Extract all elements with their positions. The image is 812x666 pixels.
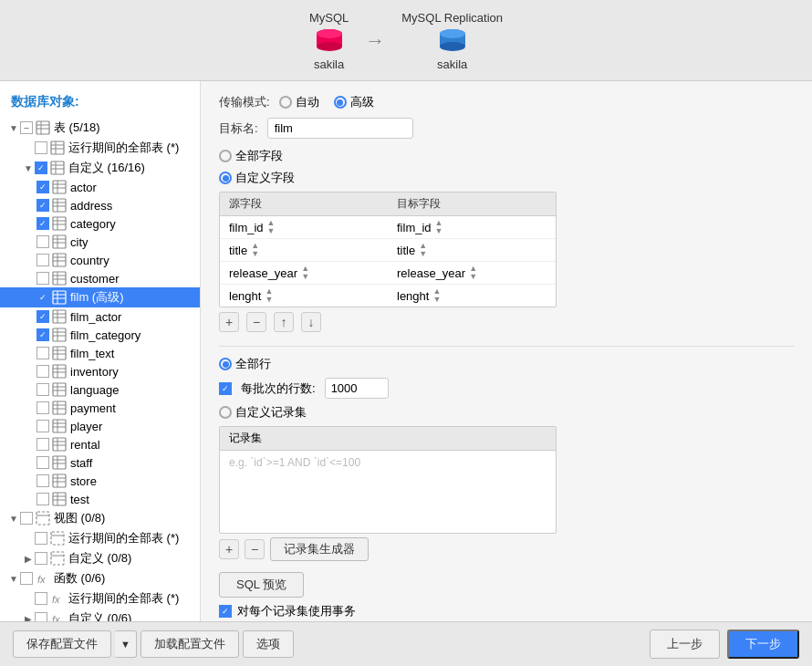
film-text-checkbox[interactable]	[36, 347, 49, 359]
all-fields-radio[interactable]: 全部字段	[219, 148, 283, 164]
sort-arrows[interactable]: ▲▼	[265, 287, 273, 304]
custom-checkbox[interactable]	[35, 161, 47, 174]
actor-checkbox[interactable]	[36, 181, 49, 193]
address-checkbox[interactable]	[36, 199, 49, 212]
next-button[interactable]: 下一步	[727, 630, 799, 659]
table-address[interactable]: address	[0, 196, 200, 214]
right-buttons: 上一步 下一步	[650, 630, 799, 659]
table-film[interactable]: film (高级)	[0, 287, 200, 307]
player-checkbox[interactable]	[36, 420, 49, 432]
svg-rect-36	[53, 254, 66, 266]
all-tables-runtime[interactable]: 运行期间的全部表 (*)	[0, 138, 200, 158]
city-checkbox[interactable]	[36, 235, 49, 248]
table-test[interactable]: test	[0, 490, 200, 508]
sort-arrows[interactable]: ▲▼	[251, 242, 259, 258]
custom-fields-radio[interactable]: 自定义字段	[219, 170, 295, 186]
film-category-checkbox[interactable]	[36, 328, 49, 341]
table-store[interactable]: store	[0, 472, 200, 490]
recordset-generator-button[interactable]: 记录集生成器	[270, 537, 369, 561]
functions-checkbox[interactable]	[20, 572, 33, 585]
functions-group[interactable]: ▼ fx 函数 (0/6)	[0, 568, 200, 588]
custom-recordset-label: 自定义记录集	[235, 404, 307, 421]
views-runtime-checkbox[interactable]	[35, 532, 47, 545]
category-checkbox[interactable]	[36, 217, 49, 230]
table-actor[interactable]: actor	[0, 178, 200, 196]
film-label: film (高级)	[70, 289, 124, 306]
prev-button[interactable]: 上一步	[650, 630, 720, 659]
views-checkbox[interactable]	[20, 512, 33, 525]
table-player[interactable]: player	[0, 417, 200, 435]
functions-custom-checkbox[interactable]	[35, 612, 47, 621]
table-film-text[interactable]: film_text	[0, 344, 200, 362]
use-transaction-checkbox[interactable]	[219, 605, 232, 618]
table-film-actor[interactable]: film_actor	[0, 307, 200, 326]
remove-recordset-button[interactable]: −	[245, 539, 265, 559]
staff-checkbox[interactable]	[36, 456, 49, 469]
table-category[interactable]: category	[0, 214, 200, 233]
sort-arrows[interactable]: ▲▼	[301, 265, 309, 281]
rental-checkbox[interactable]	[36, 438, 49, 451]
sort-arrows[interactable]: ▲▼	[469, 265, 477, 281]
table-customer[interactable]: customer	[0, 269, 200, 287]
all-runtime-checkbox[interactable]	[35, 141, 47, 154]
customer-checkbox[interactable]	[36, 272, 49, 285]
move-up-button[interactable]: ↑	[274, 312, 294, 332]
table-staff[interactable]: staff	[0, 453, 200, 472]
custom-tables-group[interactable]: ▼ 自定义 (16/16)	[0, 158, 200, 178]
views-custom-checkbox[interactable]	[35, 552, 47, 565]
auto-radio[interactable]: 自动	[279, 94, 319, 110]
add-recordset-button[interactable]: +	[219, 539, 239, 559]
options-button[interactable]: 选项	[243, 630, 294, 658]
inventory-checkbox[interactable]	[36, 365, 49, 378]
table-film-category[interactable]: film_category	[0, 326, 200, 344]
save-config-dropdown[interactable]: ▼	[115, 630, 137, 658]
sort-arrows[interactable]: ▲▼	[419, 242, 427, 258]
table-icon	[52, 401, 67, 415]
table-city[interactable]: city	[0, 233, 200, 251]
advanced-radio[interactable]: 高级	[334, 94, 374, 110]
table-country[interactable]: country	[0, 251, 200, 269]
table-rental[interactable]: rental	[0, 435, 200, 453]
table-icon	[50, 140, 65, 155]
target-film-id: film_id ▲▼	[388, 216, 556, 238]
add-field-button[interactable]: +	[219, 312, 239, 332]
batch-checkbox[interactable]	[219, 382, 232, 395]
film-checkbox[interactable]	[36, 291, 49, 304]
target-name-input[interactable]	[267, 118, 413, 139]
views-runtime[interactable]: 运行期间的全部表 (*)	[0, 528, 200, 548]
store-checkbox[interactable]	[36, 474, 49, 487]
batch-input[interactable]	[325, 378, 389, 399]
sort-arrows[interactable]: ▲▼	[435, 219, 443, 235]
table-language[interactable]: language	[0, 380, 200, 399]
test-checkbox[interactable]	[36, 493, 49, 505]
payment-checkbox[interactable]	[36, 401, 49, 414]
sort-arrows[interactable]: ▲▼	[267, 219, 276, 235]
field-row-title[interactable]: title ▲▼ title ▲▼	[220, 239, 556, 262]
svg-rect-28	[53, 217, 66, 230]
rows-section: 全部行 每批次的行数: 自定义记录集 记录集	[219, 356, 794, 565]
field-row-film-id[interactable]: film_id ▲▼ film_id ▲▼	[220, 216, 556, 239]
functions-runtime-checkbox[interactable]	[35, 592, 47, 605]
views-group[interactable]: ▼ 视图 (0/8)	[0, 508, 200, 528]
all-rows-radio[interactable]: 全部行	[219, 356, 271, 372]
film-actor-checkbox[interactable]	[36, 310, 49, 323]
functions-runtime[interactable]: fx 运行期间的全部表 (*)	[0, 588, 200, 609]
move-down-button[interactable]: ↓	[301, 312, 321, 332]
field-row-release-year[interactable]: release_year ▲▼ release_year ▲▼	[220, 262, 556, 285]
table-inventory[interactable]: inventory	[0, 362, 200, 380]
table-icon	[52, 328, 67, 342]
save-config-button[interactable]: 保存配置文件	[13, 630, 111, 658]
tables-group[interactable]: ▼ 表 (5/18)	[0, 118, 200, 138]
field-row-lenght[interactable]: lenght ▲▼ lenght ▲▼	[220, 285, 556, 307]
custom-recordset-radio[interactable]: 自定义记录集	[219, 404, 307, 421]
views-custom-group[interactable]: ▶ 自定义 (0/8)	[0, 548, 200, 568]
remove-field-button[interactable]: −	[246, 312, 266, 332]
table-payment[interactable]: payment	[0, 399, 200, 417]
tables-checkbox[interactable]	[20, 121, 33, 134]
country-checkbox[interactable]	[36, 254, 49, 266]
load-config-button[interactable]: 加载配置文件	[141, 630, 239, 658]
sql-preview-button[interactable]: SQL 预览	[219, 572, 304, 598]
functions-custom[interactable]: ▶ fx 自定义 (0/6)	[0, 609, 200, 621]
sort-arrows[interactable]: ▲▼	[432, 287, 441, 304]
language-checkbox[interactable]	[36, 383, 49, 396]
